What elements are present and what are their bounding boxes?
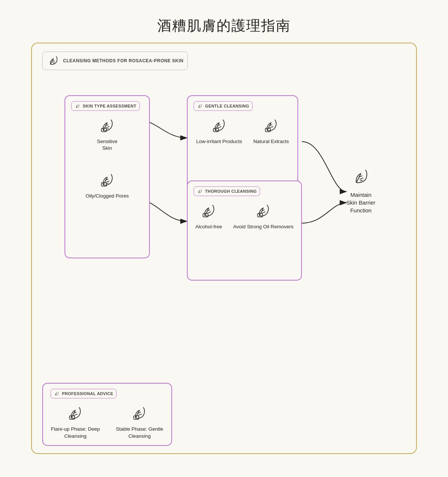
stable-phase-label: Stable Phase: Gentle Cleansing xyxy=(115,426,164,440)
feather-icon-natural xyxy=(261,116,281,135)
gentle-items: Low-irritant Products Natural Extracts xyxy=(194,116,291,145)
oily-skin-item: Oily/Clogged Pores xyxy=(86,170,129,200)
gentle-cleansing-box: GENTLE CLEANSING Low-irritant Products xyxy=(187,95,298,192)
page-wrapper: 酒糟肌膚的護理指南 CLEANSING METHODS FOR ROSACEA-… xyxy=(24,16,424,461)
feather-icon-flare xyxy=(66,404,85,423)
outer-box-label-text: CLEANSING METHODS FOR ROSACEA-PRONE SKIN xyxy=(63,58,184,63)
feather-icon xyxy=(46,54,60,68)
skin-type-items: Sensitive Skin Oily/Clogged Pores xyxy=(71,116,143,200)
avoid-oil-label: Avoid Strong Oil Removers xyxy=(233,223,294,231)
feather-icon-thorough xyxy=(197,188,203,194)
pro-advice-label-text: PROFESSIONAL ADVICE xyxy=(62,391,113,396)
alcohol-free-label: Alcohol-free xyxy=(195,223,222,231)
gentle-label-text: GENTLE CLEANSING xyxy=(205,104,249,108)
feather-icon-alcohol xyxy=(199,201,218,221)
feather-icon-avoid xyxy=(254,201,273,221)
alcohol-free-item: Alcohol-free xyxy=(195,201,222,231)
oily-skin-label: Oily/Clogged Pores xyxy=(86,193,129,200)
feather-icon-stable xyxy=(130,404,149,423)
thorough-cleansing-box: THOROUGH CLEANSING Alcohol-free xyxy=(187,180,302,281)
thorough-items: Alcohol-free Avoid Strong Oil Removers xyxy=(194,201,295,231)
feather-icon-sensitive xyxy=(98,116,117,135)
thorough-label-text: THOROUGH CLEANSING xyxy=(205,189,257,193)
low-irritant-item: Low-irritant Products xyxy=(196,116,242,145)
diagram-area: SKIN TYPE ASSESSMENT Sensitive Skin xyxy=(42,77,406,366)
pro-advice-items: Flare-up Phase: Deep Cleansing Stable Ph… xyxy=(50,404,164,440)
skin-type-box: SKIN TYPE ASSESSMENT Sensitive Skin xyxy=(65,95,150,258)
stable-phase-item: Stable Phase: Gentle Cleansing xyxy=(115,404,164,440)
low-irritant-label: Low-irritant Products xyxy=(196,138,242,145)
professional-advice-box: PROFESSIONAL ADVICE Flare-up Phase: Deep… xyxy=(42,383,172,446)
skin-type-label: SKIN TYPE ASSESSMENT xyxy=(71,101,140,111)
gentle-label: GENTLE CLEANSING xyxy=(194,101,253,111)
feather-icon-gentle xyxy=(197,103,203,109)
flare-up-label: Flare-up Phase: Deep Cleansing xyxy=(50,426,101,440)
maintain-node: Maintain Skin Barrier Function xyxy=(346,166,375,214)
natural-extracts-label: Natural Extracts xyxy=(253,138,289,145)
outer-box: CLEANSING METHODS FOR ROSACEA-PRONE SKIN xyxy=(31,43,417,454)
thorough-label: THOROUGH CLEANSING xyxy=(194,186,260,196)
avoid-oil-item: Avoid Strong Oil Removers xyxy=(233,201,294,231)
sensitive-skin-label: Sensitive Skin xyxy=(97,138,118,152)
skin-type-label-text: SKIN TYPE ASSESSMENT xyxy=(83,104,136,108)
natural-extracts-item: Natural Extracts xyxy=(253,116,289,145)
pro-advice-label: PROFESSIONAL ADVICE xyxy=(50,389,116,398)
sensitive-skin-item: Sensitive Skin xyxy=(97,116,118,152)
feather-icon-small xyxy=(75,103,80,109)
flare-up-item: Flare-up Phase: Deep Cleansing xyxy=(50,404,101,440)
outer-box-label: CLEANSING METHODS FOR ROSACEA-PRONE SKIN xyxy=(42,52,188,70)
feather-icon-pro xyxy=(54,391,60,397)
main-title: 酒糟肌膚的護理指南 xyxy=(157,16,291,35)
feather-icon-oily xyxy=(98,170,117,190)
feather-icon-low xyxy=(210,116,229,135)
maintain-label: Maintain Skin Barrier Function xyxy=(346,191,375,214)
feather-icon-maintain xyxy=(350,166,372,188)
